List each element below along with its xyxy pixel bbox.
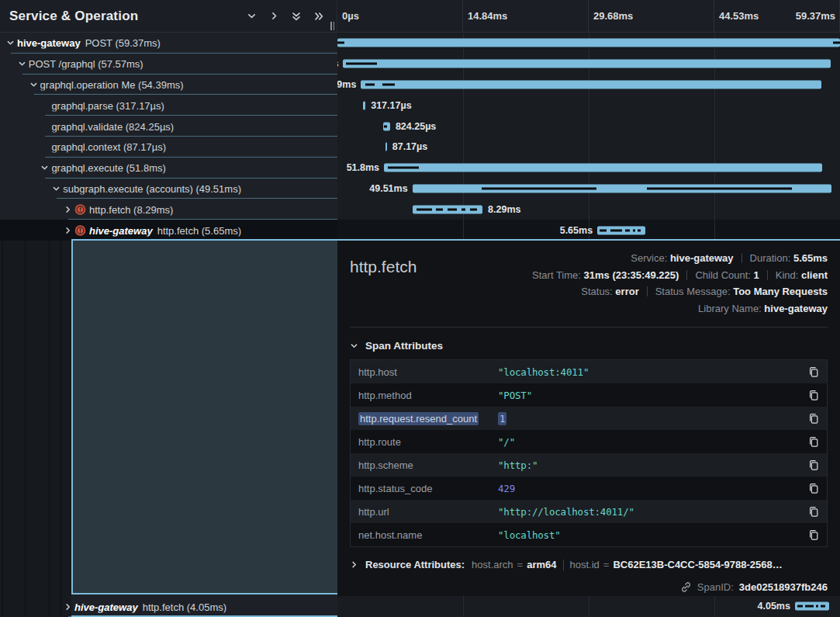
tree-row[interactable]: hive-gatewayPOST (59.37ms) (0, 33, 337, 54)
chevron-down-icon (350, 341, 358, 350)
span-duration-bar[interactable] (413, 205, 482, 213)
timeline-axis: 0µs14.84ms29.68ms44.53ms59.37ms (337, 0, 840, 33)
copy-icon[interactable] (800, 505, 827, 518)
chevrons-down-icon[interactable] (288, 8, 305, 25)
tree-row[interactable]: graphql.context (87.17µs) (0, 137, 337, 158)
detail-meta-line: Status: errorStatus Message: Too Many Re… (532, 283, 828, 300)
attribute-key: http.route (358, 436, 498, 448)
chevron-down-icon[interactable] (18, 60, 26, 68)
span-duration-bar[interactable] (795, 602, 829, 611)
span-name-label: subgraph.execute (accounts) (49.51ms) (63, 182, 241, 194)
chevron-right-icon[interactable] (265, 8, 282, 25)
tree-row[interactable]: graphql.validate (824.25µs) (0, 116, 337, 137)
span-duration-bar[interactable] (413, 184, 831, 192)
tree-row[interactable]: graphql.execute (51.8ms) (0, 158, 337, 179)
copy-icon[interactable] (800, 389, 827, 401)
span-duration-bar[interactable] (343, 60, 830, 68)
span-duration-bar[interactable] (383, 122, 390, 130)
span-attributes-header[interactable]: Span Attributes (350, 340, 828, 352)
copy-icon[interactable] (800, 435, 827, 448)
detail-meta-line: Service: hive-gatewayDuration: 5.65ms (532, 250, 828, 267)
chevrons-right-icon[interactable] (310, 8, 327, 25)
span-duration-bar[interactable] (384, 164, 822, 172)
error-icon (74, 224, 86, 236)
span-name-label: graphql.parse (317.17µs) (51, 99, 164, 111)
chevron-right-icon[interactable] (64, 602, 72, 611)
span-duration-bar[interactable] (337, 39, 840, 47)
span-attributes-table: http.host"localhost:4011"http.method"POS… (350, 359, 828, 547)
span-tree: hive-gatewayPOST (59.37ms)POST /graphql … (0, 33, 337, 241)
service-operation-header: Service & Operation (0, 0, 337, 33)
attribute-value: "localhost" (498, 529, 800, 541)
span-duration-label: 54.39ms (337, 79, 356, 90)
span-duration-label: 57.57ms (337, 58, 338, 69)
attribute-key: http.scheme (358, 459, 498, 471)
attribute-key: http.request.resend_count (358, 413, 498, 425)
axis-tick-label: 29.68ms (589, 0, 714, 32)
attribute-value: 429 (498, 483, 800, 494)
link-icon[interactable] (680, 581, 692, 593)
attribute-key: net.host.name (358, 529, 498, 541)
chevron-right-icon (350, 560, 358, 569)
bottom-span-name-row[interactable]: hive-gatewayhttp.fetch (4.05ms) (0, 596, 337, 617)
attribute-key: http.host (358, 366, 498, 378)
attribute-value: "POST" (498, 390, 800, 401)
span-name-label: http.fetch (8.29ms) (89, 203, 173, 215)
copy-icon[interactable] (800, 366, 827, 378)
chevron-down-icon[interactable] (6, 39, 15, 47)
axis-tick-label: 59.37ms (796, 0, 835, 32)
tree-row[interactable]: graphql.parse (317.17µs) (0, 95, 337, 116)
tree-row[interactable]: graphql.operation Me (54.39ms) (0, 75, 337, 95)
span-duration-bar[interactable] (361, 80, 821, 88)
detail-divider (350, 327, 828, 328)
span-id-row: SpanID: 3de02518937fb246 (350, 581, 828, 593)
attribute-key: http.method (358, 390, 498, 401)
span-duration-bar[interactable] (363, 101, 365, 109)
attribute-row: http.route"/" (351, 430, 827, 453)
tree-row[interactable]: subgraph.execute (accounts) (49.51ms) (0, 179, 337, 199)
copy-icon[interactable] (800, 412, 827, 425)
span-duration-bar[interactable] (597, 226, 645, 234)
span-name-label: graphql.context (87.17µs) (51, 141, 166, 153)
chevron-down-icon[interactable] (29, 80, 38, 88)
tree-indent-guides (0, 241, 71, 617)
tree-row[interactable]: hive-gatewayhttp.fetch (5.65ms) (0, 220, 337, 241)
span-duration-bar[interactable] (385, 143, 387, 151)
span-name-panel: Service & Operation hive-gatewayPOST (59… (0, 0, 337, 617)
span-name-label: hive-gatewayPOST (59.37ms) (17, 37, 161, 49)
axis-tick-label: 0µs (337, 0, 463, 32)
copy-icon[interactable] (800, 529, 827, 541)
span-duration-label: 87.17µs (392, 141, 427, 152)
attribute-value: 1 (498, 413, 800, 425)
span-duration-label: 317.17µs (371, 100, 411, 111)
span-detail-title: http.fetch (350, 258, 417, 317)
copy-icon[interactable] (800, 459, 827, 471)
span-detail-panel: http.fetch Service: hive-gatewayDuration… (337, 241, 840, 596)
chevron-right-icon[interactable] (64, 205, 72, 213)
span-detail-meta: Service: hive-gatewayDuration: 5.65msSta… (532, 250, 828, 317)
span-duration-label: 5.65ms (560, 225, 593, 236)
selected-span-subtree-area (71, 241, 337, 594)
span-name-label: POST /graphql (57.57ms) (29, 58, 143, 70)
attribute-key: http.url (358, 506, 498, 518)
attribute-row: http.status_code429 (351, 477, 827, 500)
chevron-down-icon[interactable] (243, 8, 260, 25)
span-duration-label: 824.25µs (396, 121, 436, 132)
copy-icon[interactable] (800, 482, 827, 494)
tree-row[interactable]: POST /graphql (57.57ms) (0, 54, 337, 75)
span-duration-label: 4.05ms (758, 601, 790, 612)
panel-resize-handle[interactable] (330, 22, 334, 30)
detail-meta-line: Start Time: 31ms (23:35:49.225)Child Cou… (532, 267, 828, 284)
chevron-right-icon[interactable] (64, 226, 72, 234)
attribute-value: "/" (498, 436, 800, 448)
resource-attributes-preview: host.arch=arm64host.id=BC62E13B-C4CC-585… (472, 559, 783, 570)
chevron-down-icon[interactable] (40, 164, 49, 172)
chevron-down-icon[interactable] (52, 184, 60, 192)
tree-row[interactable]: http.fetch (8.29ms) (0, 199, 337, 220)
attribute-value: "localhost:4011" (498, 366, 800, 378)
resource-attributes-row[interactable]: Resource Attributes: host.arch=arm64host… (350, 559, 828, 570)
span-id-value: 3de02518937fb246 (739, 581, 828, 593)
span-name-label: graphql.operation Me (54.39ms) (40, 78, 184, 90)
detail-meta-line: Library Name: hive-gateway (532, 300, 828, 317)
attribute-row: http.scheme"http:" (351, 453, 827, 477)
